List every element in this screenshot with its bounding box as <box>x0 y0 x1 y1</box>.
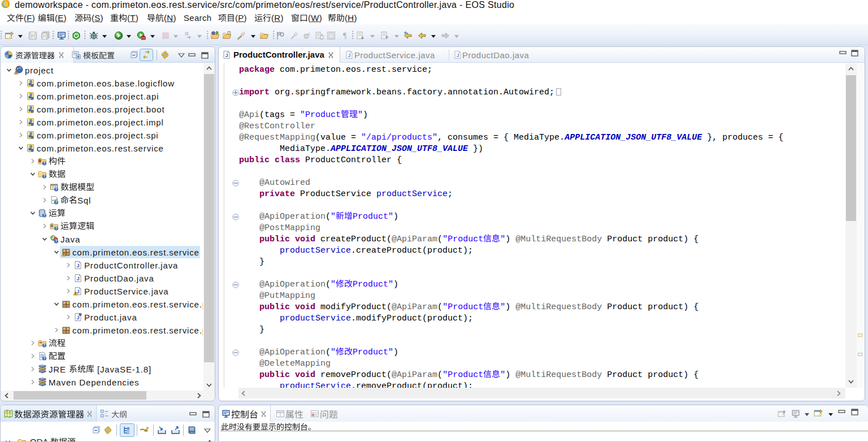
svg-text:J: J <box>348 53 351 58</box>
svg-text:?: ? <box>44 161 46 165</box>
svg-text:?: ? <box>55 226 58 230</box>
svg-text:?: ? <box>55 200 58 204</box>
svg-text:J: J <box>77 276 80 281</box>
svg-text:J: J <box>52 236 54 240</box>
svg-text:?: ? <box>44 343 46 347</box>
svg-text:¶: ¶ <box>343 32 347 40</box>
svg-text:J: J <box>77 315 80 320</box>
svg-text:?: ? <box>44 174 46 178</box>
svg-text:J: J <box>225 53 228 58</box>
svg-text:?: ? <box>44 356 46 360</box>
svg-text:J: J <box>77 263 80 268</box>
svg-text:J: J <box>77 289 80 294</box>
svg-text:?: ? <box>55 187 58 191</box>
svg-text:?: ? <box>55 239 58 243</box>
svg-text:?: ? <box>44 213 46 217</box>
svg-text:M: M <box>17 66 20 69</box>
svg-text:J: J <box>457 53 459 58</box>
